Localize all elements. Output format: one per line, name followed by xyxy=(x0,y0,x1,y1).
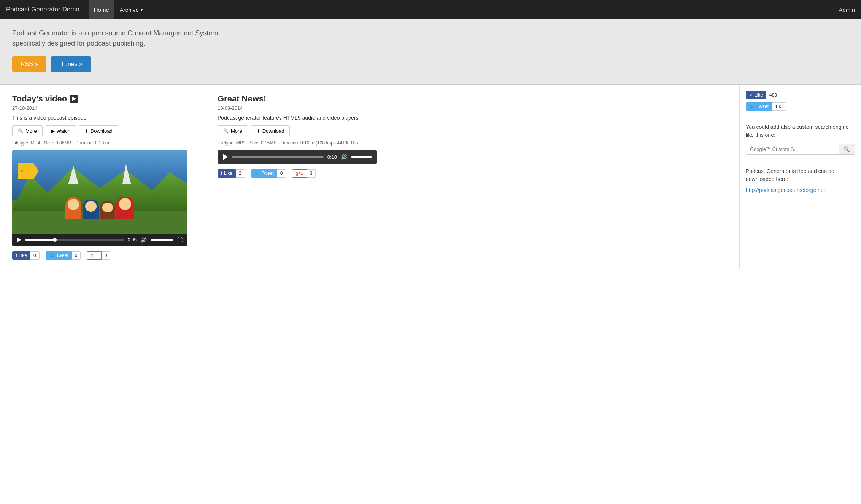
episode-1-social: f Like 0 🐦 Tweet 0 g+1 xyxy=(12,251,202,260)
video-time: 0:05 xyxy=(128,237,137,242)
sidebar: ✓ Like 483 🐦 Tweet 133 You could add als… xyxy=(739,85,861,269)
episode-1-title: Today's video xyxy=(12,94,202,104)
nav-item-home[interactable]: Home xyxy=(89,0,114,19)
episode-2-fb-like: f Like 2 xyxy=(218,169,245,178)
download-icon-2 xyxy=(257,128,261,134)
episode-2-date: 10-08-2014 xyxy=(218,105,408,111)
episode-1-gp-button[interactable]: g+1 xyxy=(87,251,101,260)
video-progress-bar[interactable] xyxy=(25,239,124,241)
episode-1-download-button[interactable]: Download xyxy=(79,125,118,136)
audio-progress-bar[interactable] xyxy=(232,156,324,158)
search-input[interactable] xyxy=(746,144,839,155)
episode-2-actions: More Download xyxy=(218,125,408,136)
rss-button[interactable]: RSS » xyxy=(12,56,46,72)
fb-icon: f xyxy=(16,253,17,258)
episode-1-actions: More Watch Download xyxy=(12,125,202,136)
episode-2-gp: g+1 3 xyxy=(292,169,316,178)
episode-2-social: f Like 2 🐦 Tweet 0 g+1 xyxy=(218,169,408,178)
episode-1-date: 27-10-2014 xyxy=(12,105,202,111)
audio-play-button[interactable] xyxy=(223,154,228,160)
sidebar-custom-search-text: You could add also a custom search engin… xyxy=(746,123,855,139)
search-icon xyxy=(18,128,24,134)
episode-2-fb-button[interactable]: f Like xyxy=(218,169,236,178)
hero-description: Podcast Generator is an open source Cont… xyxy=(12,28,248,49)
search-button[interactable]: 🔍 xyxy=(839,144,855,155)
download-icon xyxy=(85,128,89,134)
episode-1-fb-button[interactable]: f Like xyxy=(12,251,30,260)
episode-2-gp-button[interactable]: g+1 xyxy=(292,169,307,178)
hero-section: Podcast Generator is an open source Cont… xyxy=(0,19,861,85)
fb-icon-2: f xyxy=(221,171,222,176)
episode-2-tw-button[interactable]: 🐦 Tweet xyxy=(251,169,277,178)
episode-2-meta: Filetype: MP3 - Size: 0.15MB - Duration:… xyxy=(218,140,408,146)
navbar: Podcast Generator Demo Home Archive ▾ Ad… xyxy=(0,0,861,19)
sidebar-tw-button[interactable]: 🐦 Tweet xyxy=(746,102,772,111)
archive-dropdown-icon: ▾ xyxy=(141,8,143,12)
tw-icon: 🐦 xyxy=(49,253,55,258)
video-fullscreen-icon[interactable]: ⛶ xyxy=(177,237,183,243)
episode-2-tw: 🐦 Tweet 0 xyxy=(251,169,286,178)
sidebar-link[interactable]: http://podcastgen.sourceforge.net xyxy=(746,187,825,193)
episode-1-gp-count: 0 xyxy=(102,251,111,260)
main-layout: Today's video 27-10-2014 This is a video… xyxy=(0,85,861,269)
video-player[interactable]: ➡ xyxy=(12,150,187,246)
episode-2-more-button[interactable]: More xyxy=(218,125,248,136)
video-controls[interactable]: 0:05 🔊 ⛶ xyxy=(12,234,187,246)
episodes-grid: Today's video 27-10-2014 This is a video… xyxy=(12,94,730,260)
itunes-button[interactable]: iTunes » xyxy=(51,56,91,72)
nav-items: Home Archive ▾ xyxy=(89,0,839,19)
video-thumbnail: ➡ xyxy=(12,150,187,234)
episode-1-meta: Filetype: MP4 - Size: 0.86MB - Duration:… xyxy=(12,140,202,146)
episode-2-desc: Podcast generator features HTML5 audio a… xyxy=(218,115,408,121)
audio-volume-bar[interactable] xyxy=(351,156,372,158)
episode-1-tw-button[interactable]: 🐦 Tweet xyxy=(46,251,72,260)
episode-2: Great News! 10-08-2014 Podcast generator… xyxy=(218,94,408,260)
video-icon xyxy=(70,95,78,103)
video-volume-bar[interactable] xyxy=(151,239,173,241)
sidebar-fb-check-icon: ✓ xyxy=(749,92,753,98)
sidebar-search[interactable]: 🔍 xyxy=(746,144,855,155)
search-button-icon: 🔍 xyxy=(844,146,850,152)
search-icon-2 xyxy=(223,128,229,134)
sidebar-tw-count: 133 xyxy=(772,102,786,111)
episode-1-fb-count: 0 xyxy=(30,251,40,260)
sidebar-divider-2 xyxy=(746,161,855,161)
sidebar-tw: 🐦 Tweet 133 xyxy=(746,102,855,111)
episode-2-gp-count: 3 xyxy=(307,169,316,178)
nav-item-archive[interactable]: Archive ▾ xyxy=(114,0,148,19)
hero-buttons: RSS » iTunes » xyxy=(12,56,849,72)
video-play-button[interactable] xyxy=(17,237,21,242)
sidebar-tw-icon: 🐦 xyxy=(749,104,755,109)
episode-2-fb-count: 2 xyxy=(236,169,245,178)
episode-1-watch-button[interactable]: Watch xyxy=(46,125,76,136)
episode-1-gp: g+1 0 xyxy=(87,251,110,260)
sidebar-free-text: Podcast Generator is free and can be dow… xyxy=(746,167,855,183)
audio-player[interactable]: 0:10 🔊 xyxy=(218,150,377,164)
audio-time: 0:10 xyxy=(327,154,337,160)
episode-1-fb-like: f Like 0 xyxy=(12,251,40,260)
episode-2-title: Great News! xyxy=(218,94,408,104)
video-volume-icon: 🔊 xyxy=(140,237,147,243)
content-area: Today's video 27-10-2014 This is a video… xyxy=(0,85,739,269)
sidebar-fb-count: 483 xyxy=(766,91,780,99)
episode-2-download-button[interactable]: Download xyxy=(251,125,290,136)
episode-1-desc: This is a video podcast episode xyxy=(12,115,202,121)
sidebar-fb-button[interactable]: ✓ Like xyxy=(746,91,766,99)
episode-1-tw-count: 0 xyxy=(72,251,81,260)
episode-1-more-button[interactable]: More xyxy=(12,125,43,136)
sidebar-divider xyxy=(746,117,855,117)
episode-1: Today's video 27-10-2014 This is a video… xyxy=(12,94,202,260)
nav-brand: Podcast Generator Demo xyxy=(6,6,79,13)
episode-1-tw: 🐦 Tweet 0 xyxy=(46,251,81,260)
episode-2-tw-count: 0 xyxy=(277,169,286,178)
audio-volume-icon: 🔊 xyxy=(341,154,347,160)
admin-link[interactable]: Admin xyxy=(839,6,855,13)
sidebar-fb-like: ✓ Like 483 xyxy=(746,91,855,99)
tw-icon-2: 🐦 xyxy=(254,171,260,176)
watch-icon xyxy=(51,128,55,134)
